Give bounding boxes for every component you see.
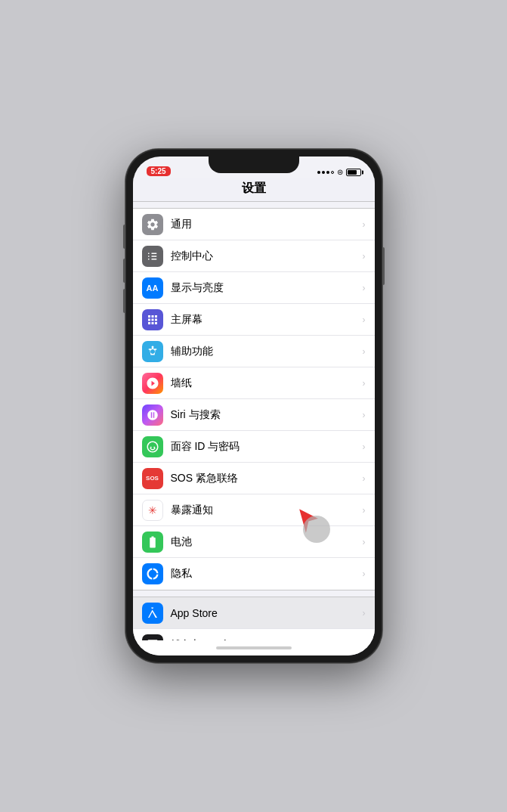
display-label: 显示与亮度 xyxy=(171,281,360,295)
control-center-label: 控制中心 xyxy=(171,249,360,263)
settings-item-battery[interactable]: 电池 › xyxy=(133,526,375,558)
signal-dot-4 xyxy=(331,171,334,174)
home-indicator xyxy=(133,640,375,655)
wallpaper-icon xyxy=(142,373,163,394)
settings-item-appstore[interactable]: App Store › xyxy=(133,597,375,629)
nav-bar: 设置 xyxy=(133,178,375,202)
appstore-label: App Store xyxy=(171,607,360,619)
section-store-list: App Store › 钱包与 Apple Pay › xyxy=(133,597,375,640)
faceid-chevron: › xyxy=(363,442,366,452)
settings-item-accessibility[interactable]: 辅助功能 › xyxy=(133,336,375,367)
exposure-icon: ✳ xyxy=(142,500,163,521)
signal-icon xyxy=(317,171,334,174)
home-screen-chevron: › xyxy=(363,315,366,325)
siri-label: Siri 与搜索 xyxy=(171,408,360,422)
settings-item-wallpaper[interactable]: 墙纸 › xyxy=(133,367,375,399)
privacy-chevron: › xyxy=(363,569,366,579)
phone-frame: 5:25 ⊜ 设置 xyxy=(125,149,382,663)
general-icon xyxy=(142,214,163,235)
settings-item-siri[interactable]: Siri 与搜索 › xyxy=(133,399,375,431)
section-general-list: 通用 › 控制中心 › AA xyxy=(133,208,375,590)
settings-item-control-center[interactable]: 控制中心 › xyxy=(133,240,375,272)
settings-item-faceid[interactable]: 面容 ID 与密码 › xyxy=(133,431,375,463)
faceid-label: 面容 ID 与密码 xyxy=(171,440,360,454)
settings-item-exposure[interactable]: ✳ 暴露通知 › xyxy=(133,494,375,526)
siri-icon xyxy=(142,404,163,426)
sos-icon: SOS xyxy=(142,468,163,489)
signal-dot-1 xyxy=(317,171,320,174)
appstore-chevron: › xyxy=(363,608,366,618)
battery-chevron: › xyxy=(363,537,366,547)
settings-item-wallet[interactable]: 钱包与 Apple Pay › xyxy=(133,629,375,640)
section-general: 通用 › 控制中心 › AA xyxy=(133,208,375,590)
signal-dot-3 xyxy=(326,171,329,174)
faceid-icon xyxy=(142,436,163,457)
sos-chevron: › xyxy=(363,473,366,484)
exposure-label: 暴露通知 xyxy=(171,504,360,517)
phone-screen: 5:25 ⊜ 设置 xyxy=(133,157,375,655)
settings-list: 通用 › 控制中心 › AA xyxy=(133,202,375,640)
wallet-label: 钱包与 Apple Pay xyxy=(171,638,360,640)
wallpaper-label: 墙纸 xyxy=(171,377,360,390)
sos-label: SOS 紧急联络 xyxy=(171,472,360,485)
accessibility-icon xyxy=(142,341,163,362)
settings-item-general[interactable]: 通用 › xyxy=(133,209,375,240)
wallet-icon xyxy=(142,634,163,640)
home-screen-label: 主屏幕 xyxy=(171,313,360,327)
settings-item-privacy[interactable]: 隐私 › xyxy=(133,558,375,590)
page-title: 设置 xyxy=(242,181,266,194)
notch xyxy=(209,157,299,173)
general-label: 通用 xyxy=(171,218,360,231)
exposure-chevron: › xyxy=(363,505,366,516)
privacy-icon xyxy=(142,563,163,584)
home-bar xyxy=(216,646,292,649)
settings-item-sos[interactable]: SOS SOS 紧急联络 › xyxy=(133,463,375,494)
wifi-icon: ⊜ xyxy=(337,168,343,176)
status-icons: ⊜ xyxy=(317,168,361,176)
battery-status-icon xyxy=(346,169,361,176)
privacy-label: 隐私 xyxy=(171,567,360,581)
appstore-icon xyxy=(142,603,163,624)
control-center-icon xyxy=(142,246,163,267)
siri-chevron: › xyxy=(363,410,366,420)
battery-fill xyxy=(348,170,357,175)
display-icon: AA xyxy=(142,277,163,299)
wallet-chevron: › xyxy=(363,640,366,640)
status-time: 5:25 xyxy=(147,166,171,176)
control-center-chevron: › xyxy=(363,251,366,262)
home-screen-icon xyxy=(142,309,163,330)
settings-item-display[interactable]: AA 显示与亮度 › xyxy=(133,272,375,304)
signal-dot-2 xyxy=(322,171,325,174)
accessibility-label: 辅助功能 xyxy=(171,345,360,358)
section-store: App Store › 钱包与 Apple Pay › xyxy=(133,597,375,640)
accessibility-chevron: › xyxy=(363,346,366,357)
display-chevron: › xyxy=(363,283,366,293)
general-chevron: › xyxy=(363,219,366,230)
battery-label: 电池 xyxy=(171,535,360,549)
battery-icon xyxy=(142,532,163,553)
wallpaper-chevron: › xyxy=(363,378,366,389)
settings-item-home-screen[interactable]: 主屏幕 › xyxy=(133,304,375,336)
